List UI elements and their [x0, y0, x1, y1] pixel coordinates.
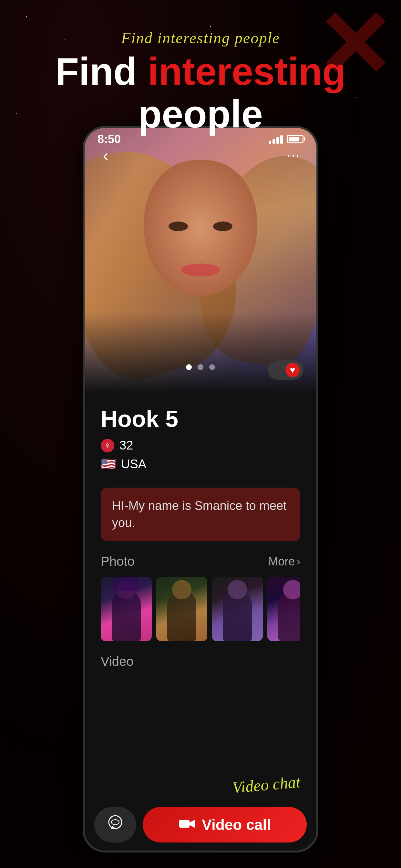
- more-menu-button[interactable]: ···: [282, 146, 305, 165]
- battery-fill: [289, 137, 299, 142]
- country-flag-icon: 🇺🇸: [101, 457, 116, 471]
- video-section-header: Video: [101, 654, 300, 672]
- signal-bar-4: [280, 135, 283, 144]
- photo-grid: [101, 577, 300, 641]
- photos-section-header: Photo More ›: [101, 554, 300, 569]
- thumb-person-3: [212, 577, 263, 641]
- photo-thumbnail-2[interactable]: [156, 577, 207, 641]
- thumb-hair-silhouette: [113, 577, 139, 591]
- heart-symbol: ♥: [290, 365, 296, 375]
- photos-more-button[interactable]: More ›: [268, 555, 300, 568]
- profile-name: Hook 5: [101, 406, 300, 432]
- headline-red-text: interesting: [148, 50, 346, 93]
- lips: [181, 264, 220, 276]
- profile-info: Hook 5 ♀ 32 🇺🇸 USA HI-My name is Smanice…: [85, 393, 316, 850]
- signal-bar-3: [276, 137, 279, 144]
- photos-more-chevron-icon: ›: [297, 555, 300, 567]
- headline-white-text: Find: [55, 50, 137, 93]
- thumb-head-silhouette: [227, 580, 247, 599]
- signal-bar-2: [273, 139, 275, 144]
- video-call-label: Video call: [202, 816, 271, 833]
- headline-main: Find interesting people: [0, 50, 401, 135]
- headline-cursive: Find interesting people: [0, 29, 401, 47]
- profile-age: 32: [120, 438, 133, 453]
- photo-dot-2[interactable]: [197, 364, 204, 370]
- headline-area: Find interesting people Find interesting…: [0, 29, 401, 135]
- star-dot: [26, 16, 27, 18]
- thumb-person-1: [101, 577, 152, 641]
- photo-thumbnail-3[interactable]: [212, 577, 263, 641]
- photos-section-title: Photo: [101, 554, 135, 569]
- video-call-button[interactable]: Video call: [143, 807, 307, 842]
- profile-divider: [101, 481, 300, 481]
- photos-more-label: More: [268, 555, 295, 568]
- thumb-head-silhouette: [172, 580, 191, 599]
- eye-left: [168, 221, 188, 231]
- eye-right: [213, 221, 233, 231]
- bottom-action-bar: Video call: [85, 799, 316, 850]
- photo-dot-3[interactable]: [209, 364, 215, 370]
- photo-bottom-gradient: [85, 312, 316, 393]
- thumb-head-silhouette: [283, 580, 300, 599]
- bio-box: HI-My name is Smanice to meet you.: [101, 488, 300, 541]
- video-section-title: Video: [101, 654, 134, 669]
- photo-thumbnail-1[interactable]: [101, 577, 152, 641]
- thumb-person-2: [156, 577, 207, 641]
- like-toggle-button[interactable]: ♥: [268, 361, 304, 380]
- signal-bars-icon: [269, 135, 283, 144]
- bio-text: HI-My name is Smanice to meet you.: [112, 499, 287, 530]
- back-button[interactable]: ‹: [96, 146, 115, 165]
- photo-dots-indicator: [186, 364, 215, 370]
- thumb-person-4: [267, 577, 300, 641]
- battery-icon: [287, 135, 304, 144]
- chat-icon: [107, 814, 124, 835]
- svg-rect-2: [179, 820, 189, 828]
- female-symbol: ♀: [104, 440, 111, 451]
- status-icons: [269, 135, 304, 144]
- chat-button[interactable]: [94, 807, 136, 842]
- photo-dot-1[interactable]: [186, 364, 192, 370]
- back-chevron-icon: ‹: [103, 147, 109, 163]
- age-row: ♀ 32: [101, 438, 300, 453]
- heart-icon: ♥: [285, 363, 300, 377]
- profile-photo-bg: [85, 128, 316, 393]
- photo-thumbnail-4[interactable]: [267, 577, 300, 641]
- gender-icon: ♀: [101, 439, 114, 453]
- star-dot: [210, 26, 211, 27]
- headline-second-line: people: [138, 92, 263, 135]
- signal-bar-1: [269, 141, 271, 144]
- profile-photo-area: ‹ ··· ♥: [85, 128, 316, 393]
- svg-point-1: [112, 819, 119, 825]
- profile-country: USA: [121, 457, 146, 471]
- country-row: 🇺🇸 USA: [101, 457, 300, 471]
- video-camera-icon: [179, 815, 195, 834]
- profile-meta: ♀ 32 🇺🇸 USA: [101, 438, 300, 471]
- phone-mockup: 8:50: [83, 126, 318, 852]
- more-dots-icon: ···: [287, 149, 301, 162]
